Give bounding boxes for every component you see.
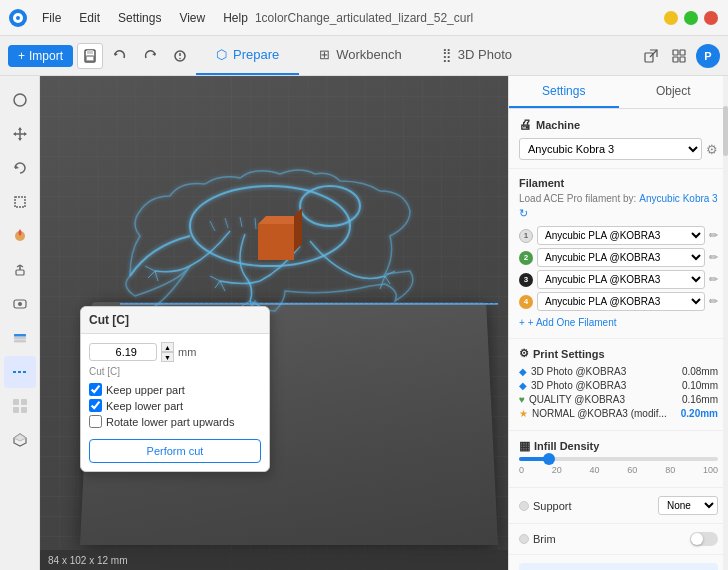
machine-settings-icon[interactable]: ⚙ xyxy=(706,142,718,157)
sidebar-layers-tool[interactable] xyxy=(4,322,36,354)
ps-4-value: 0.20mm xyxy=(681,408,718,419)
panel-tab-settings[interactable]: Settings xyxy=(509,76,619,108)
filament-4-dot: 4 xyxy=(519,295,533,309)
filament-1-dot: 1 xyxy=(519,229,533,243)
load-ace-link[interactable]: Anycubic Kobra 3 xyxy=(639,193,717,204)
svg-marker-16 xyxy=(18,127,22,130)
viewport[interactable]: Cut [C] ▲ ▼ mm Cut [C] Keep upper part K… xyxy=(40,76,508,570)
import-button[interactable]: + + Import Import xyxy=(8,45,73,67)
tab-workbench[interactable]: ⊞ Workbench xyxy=(299,36,422,75)
filament-1-edit-icon[interactable]: ✏ xyxy=(709,229,718,242)
cut-dialog-title: Cut [C] xyxy=(81,307,269,334)
filament-3-row: 3 Anycubic PLA @KOBRA3 ✏ xyxy=(519,270,718,289)
user-avatar[interactable]: P xyxy=(696,44,720,68)
keep-lower-row: Keep lower part xyxy=(89,399,261,412)
svg-rect-5 xyxy=(86,56,94,61)
machine-select[interactable]: Anycubic Kobra 3 xyxy=(519,138,702,160)
sidebar-move-tool[interactable] xyxy=(4,118,36,150)
svg-line-44 xyxy=(255,218,256,229)
print-settings-icon: ⚙ xyxy=(519,347,529,360)
redo-button[interactable] xyxy=(137,43,163,69)
app-icon xyxy=(4,4,32,32)
window-close[interactable] xyxy=(704,11,718,25)
cut-value-row: ▲ ▼ mm xyxy=(89,342,261,362)
support-section: Support None xyxy=(509,488,728,524)
brim-row: Brim xyxy=(519,532,718,546)
machine-section: 🖨 Machine Anycubic Kobra 3 ⚙ xyxy=(509,109,728,169)
ps-row-1: ◆ 3D Photo @KOBRA3 0.08mm xyxy=(519,366,718,377)
svg-point-8 xyxy=(179,57,181,59)
window-minimize[interactable] xyxy=(664,11,678,25)
svg-point-15 xyxy=(14,94,26,106)
model-dimensions: 84 x 102 x 12 mm xyxy=(48,555,127,566)
menu-file[interactable]: File xyxy=(34,9,69,27)
brim-indicator xyxy=(519,534,529,544)
sidebar-view-tool[interactable] xyxy=(4,288,36,320)
panel-tab-object[interactable]: Object xyxy=(619,76,729,108)
spin-down-btn[interactable]: ▼ xyxy=(161,352,174,362)
machine-label: 🖨 Machine xyxy=(519,117,718,132)
brim-toggle[interactable] xyxy=(690,532,718,546)
sidebar-select-tool[interactable] xyxy=(4,84,36,116)
top-right-controls: P xyxy=(640,44,728,68)
cut-value-input[interactable] xyxy=(89,343,157,361)
cut-dialog: Cut [C] ▲ ▼ mm Cut [C] Keep upper part K… xyxy=(80,306,270,472)
filament-3-edit-icon[interactable]: ✏ xyxy=(709,273,718,286)
filament-4-select[interactable]: Anycubic PLA @KOBRA3 xyxy=(537,292,705,311)
spin-up-btn[interactable]: ▲ xyxy=(161,342,174,352)
sidebar-rotate-tool[interactable] xyxy=(4,152,36,184)
tab-3dphoto[interactable]: ⣿ 3D Photo xyxy=(422,36,532,75)
sidebar-3d-tool[interactable] xyxy=(4,424,36,456)
filament-2-select[interactable]: Anycubic PLA @KOBRA3 xyxy=(537,248,705,267)
infill-slider-container: 0 20 40 60 80 100 xyxy=(519,457,718,475)
ps-3-icon: ♥ xyxy=(519,394,525,405)
titlebar: File Edit Settings View Help 1colorChang… xyxy=(0,0,728,36)
right-panel: Settings Object 🖨 Machine Anycubic Kobra… xyxy=(508,76,728,570)
infill-thumb[interactable] xyxy=(543,453,555,465)
prepare-icon: ⬡ xyxy=(216,47,227,62)
print-settings-label: ⚙ Print Settings xyxy=(519,347,718,360)
sidebar-cut-tool[interactable] xyxy=(4,356,36,388)
sidebar-arrange-tool[interactable] xyxy=(4,390,36,422)
window-maximize[interactable] xyxy=(684,11,698,25)
svg-rect-29 xyxy=(14,337,26,340)
grid-icon[interactable] xyxy=(668,45,690,67)
ps-1-name: 3D Photo @KOBRA3 xyxy=(531,366,626,377)
add-filament-btn[interactable]: + + Add One Filament xyxy=(519,315,718,330)
window-controls xyxy=(664,11,728,25)
support-select[interactable]: None xyxy=(658,496,718,515)
filament-1-select[interactable]: Anycubic PLA @KOBRA3 xyxy=(537,226,705,245)
filament-label: Filament xyxy=(519,177,718,189)
print-settings-section: ⚙ Print Settings ◆ 3D Photo @KOBRA3 0.08… xyxy=(509,339,728,431)
filament-4-edit-icon[interactable]: ✏ xyxy=(709,295,718,308)
rotate-lower-checkbox[interactable] xyxy=(89,415,102,428)
statusbar: 84 x 102 x 12 mm xyxy=(40,550,508,570)
keep-lower-checkbox[interactable] xyxy=(89,399,102,412)
menu-edit[interactable]: Edit xyxy=(71,9,108,27)
menu-view[interactable]: View xyxy=(171,9,213,27)
filament-2-edit-icon[interactable]: ✏ xyxy=(709,251,718,264)
toolbar-dropdown-btn[interactable] xyxy=(167,43,193,69)
save-button[interactable] xyxy=(77,43,103,69)
svg-rect-35 xyxy=(21,407,27,413)
perform-cut-button[interactable]: Perform cut xyxy=(89,439,261,463)
svg-rect-34 xyxy=(13,407,19,413)
keep-upper-checkbox[interactable] xyxy=(89,383,102,396)
gcode-preview-button[interactable]: Gcode Preview xyxy=(519,563,718,570)
tab-prepare[interactable]: ⬡ Prepare xyxy=(196,36,299,75)
keep-lower-label[interactable]: Keep lower part xyxy=(106,400,183,412)
external-link-icon[interactable] xyxy=(640,45,662,67)
ps-3-value: 0.16mm xyxy=(682,394,718,405)
scrollbar-thumb[interactable] xyxy=(723,106,728,156)
sidebar-paint-tool[interactable] xyxy=(4,220,36,252)
rotate-lower-label[interactable]: Rotate lower part upwards xyxy=(106,416,234,428)
menu-help[interactable]: Help xyxy=(215,9,256,27)
keep-upper-label[interactable]: Keep upper part xyxy=(106,384,185,396)
sync-icon[interactable]: ↻ xyxy=(519,207,528,220)
sidebar-scale-tool[interactable] xyxy=(4,186,36,218)
menu-settings[interactable]: Settings xyxy=(110,9,169,27)
sidebar-support-tool[interactable] xyxy=(4,254,36,286)
filament-3-select[interactable]: Anycubic PLA @KOBRA3 xyxy=(537,270,705,289)
svg-marker-19 xyxy=(24,132,27,136)
undo-button[interactable] xyxy=(107,43,133,69)
